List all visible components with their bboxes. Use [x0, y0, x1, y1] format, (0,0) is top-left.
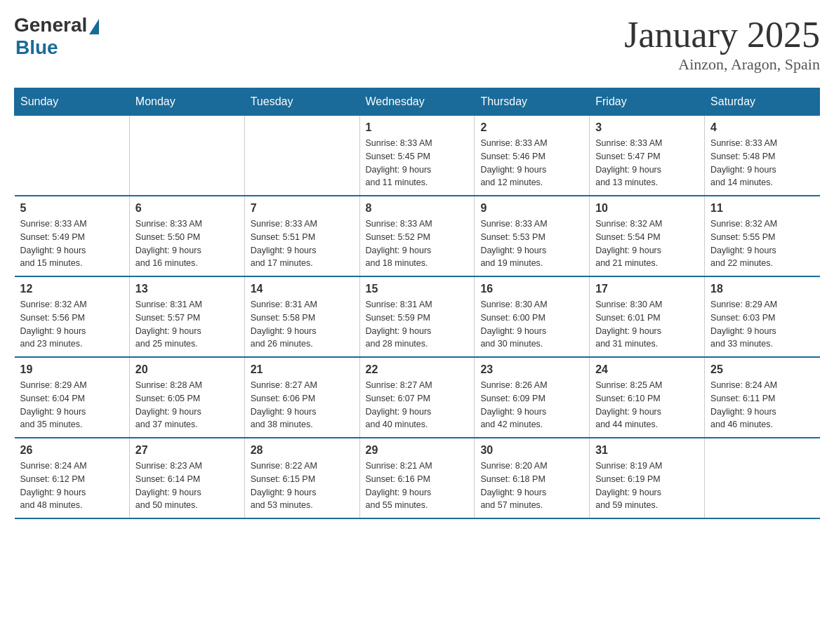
logo-triangle-icon [89, 19, 99, 34]
calendar-week-row: 26Sunrise: 8:24 AMSunset: 6:12 PMDayligh… [15, 438, 820, 518]
calendar-cell: 3Sunrise: 8:33 AMSunset: 5:47 PMDaylight… [590, 116, 705, 196]
calendar-cell: 30Sunrise: 8:20 AMSunset: 6:18 PMDayligh… [475, 438, 590, 518]
calendar-cell: 25Sunrise: 8:24 AMSunset: 6:11 PMDayligh… [705, 357, 820, 438]
day-number: 28 [251, 444, 354, 457]
day-info: Sunrise: 8:33 AMSunset: 5:48 PMDaylight:… [710, 137, 814, 189]
calendar-cell [244, 116, 359, 196]
calendar-cell [705, 438, 820, 518]
calendar-cell [15, 116, 130, 196]
header-friday: Friday [590, 88, 705, 116]
day-number: 31 [595, 444, 699, 457]
calendar-cell: 26Sunrise: 8:24 AMSunset: 6:12 PMDayligh… [15, 438, 130, 518]
calendar-cell: 31Sunrise: 8:19 AMSunset: 6:19 PMDayligh… [590, 438, 705, 518]
calendar-cell: 18Sunrise: 8:29 AMSunset: 6:03 PMDayligh… [705, 276, 820, 357]
calendar-cell: 12Sunrise: 8:32 AMSunset: 5:56 PMDayligh… [15, 276, 130, 357]
day-number: 18 [710, 283, 814, 295]
day-info: Sunrise: 8:29 AMSunset: 6:03 PMDaylight:… [710, 298, 814, 351]
calendar-week-row: 12Sunrise: 8:32 AMSunset: 5:56 PMDayligh… [15, 276, 820, 357]
day-info: Sunrise: 8:30 AMSunset: 6:01 PMDaylight:… [595, 298, 699, 351]
day-number: 19 [20, 363, 124, 376]
calendar-cell: 17Sunrise: 8:30 AMSunset: 6:01 PMDayligh… [590, 276, 705, 357]
calendar-cell: 19Sunrise: 8:29 AMSunset: 6:04 PMDayligh… [15, 357, 130, 438]
day-number: 23 [480, 363, 583, 376]
day-number: 15 [366, 283, 469, 295]
day-info: Sunrise: 8:33 AMSunset: 5:52 PMDaylight:… [366, 217, 469, 270]
calendar-cell: 2Sunrise: 8:33 AMSunset: 5:46 PMDaylight… [475, 116, 590, 196]
day-info: Sunrise: 8:33 AMSunset: 5:47 PMDaylight:… [595, 137, 699, 189]
day-info: Sunrise: 8:33 AMSunset: 5:46 PMDaylight:… [480, 137, 583, 189]
calendar-header-row: Sunday Monday Tuesday Wednesday Thursday… [15, 88, 820, 116]
calendar-cell: 20Sunrise: 8:28 AMSunset: 6:05 PMDayligh… [129, 357, 244, 438]
day-number: 29 [366, 444, 469, 457]
day-info: Sunrise: 8:33 AMSunset: 5:51 PMDaylight:… [251, 217, 354, 270]
calendar-subtitle: Ainzon, Aragon, Spain [624, 55, 820, 74]
day-info: Sunrise: 8:24 AMSunset: 6:12 PMDaylight:… [20, 459, 124, 512]
calendar-cell: 22Sunrise: 8:27 AMSunset: 6:07 PMDayligh… [359, 357, 475, 438]
logo-general-text: General [14, 14, 87, 36]
calendar-cell: 1Sunrise: 8:33 AMSunset: 5:45 PMDaylight… [359, 116, 475, 196]
calendar-cell: 21Sunrise: 8:27 AMSunset: 6:06 PMDayligh… [244, 357, 359, 438]
day-info: Sunrise: 8:33 AMSunset: 5:45 PMDaylight:… [366, 137, 469, 189]
calendar-cell: 16Sunrise: 8:30 AMSunset: 6:00 PMDayligh… [475, 276, 590, 357]
calendar-cell: 29Sunrise: 8:21 AMSunset: 6:16 PMDayligh… [359, 438, 475, 518]
logo-blue-text: Blue [15, 36, 58, 59]
calendar-cell: 24Sunrise: 8:25 AMSunset: 6:10 PMDayligh… [590, 357, 705, 438]
day-number: 2 [480, 121, 583, 134]
day-number: 10 [595, 202, 699, 215]
day-info: Sunrise: 8:28 AMSunset: 6:05 PMDaylight:… [135, 379, 239, 431]
calendar-cell: 10Sunrise: 8:32 AMSunset: 5:54 PMDayligh… [590, 196, 705, 276]
title-section: January 2025 Ainzon, Aragon, Spain [624, 14, 820, 74]
day-number: 30 [480, 444, 583, 457]
day-info: Sunrise: 8:31 AMSunset: 5:58 PMDaylight:… [251, 298, 354, 351]
header-saturday: Saturday [705, 88, 820, 116]
day-number: 21 [251, 363, 354, 376]
calendar-table: Sunday Monday Tuesday Wednesday Thursday… [14, 88, 820, 519]
day-number: 20 [135, 363, 239, 376]
day-info: Sunrise: 8:33 AMSunset: 5:49 PMDaylight:… [20, 217, 124, 270]
day-info: Sunrise: 8:20 AMSunset: 6:18 PMDaylight:… [480, 459, 583, 512]
day-number: 6 [135, 202, 239, 215]
day-number: 14 [251, 283, 354, 295]
day-info: Sunrise: 8:27 AMSunset: 6:07 PMDaylight:… [366, 379, 469, 431]
day-number: 11 [710, 202, 814, 215]
header-monday: Monday [129, 88, 244, 116]
calendar-cell: 27Sunrise: 8:23 AMSunset: 6:14 PMDayligh… [129, 438, 244, 518]
calendar-cell: 28Sunrise: 8:22 AMSunset: 6:15 PMDayligh… [244, 438, 359, 518]
day-info: Sunrise: 8:29 AMSunset: 6:04 PMDaylight:… [20, 379, 124, 431]
day-info: Sunrise: 8:32 AMSunset: 5:56 PMDaylight:… [20, 298, 124, 351]
calendar-cell: 9Sunrise: 8:33 AMSunset: 5:53 PMDaylight… [475, 196, 590, 276]
calendar-cell: 7Sunrise: 8:33 AMSunset: 5:51 PMDaylight… [244, 196, 359, 276]
header-wednesday: Wednesday [359, 88, 475, 116]
day-number: 9 [480, 202, 583, 215]
page-header: General Blue January 2025 Ainzon, Aragon… [14, 14, 820, 74]
day-info: Sunrise: 8:32 AMSunset: 5:54 PMDaylight:… [595, 217, 699, 270]
calendar-cell: 11Sunrise: 8:32 AMSunset: 5:55 PMDayligh… [705, 196, 820, 276]
calendar-cell: 8Sunrise: 8:33 AMSunset: 5:52 PMDaylight… [359, 196, 475, 276]
day-number: 25 [710, 363, 814, 376]
day-number: 27 [135, 444, 239, 457]
calendar-week-row: 5Sunrise: 8:33 AMSunset: 5:49 PMDaylight… [15, 196, 820, 276]
day-number: 17 [595, 283, 699, 295]
day-info: Sunrise: 8:33 AMSunset: 5:53 PMDaylight:… [480, 217, 583, 270]
day-info: Sunrise: 8:21 AMSunset: 6:16 PMDaylight:… [366, 459, 469, 512]
day-number: 8 [366, 202, 469, 215]
calendar-week-row: 1Sunrise: 8:33 AMSunset: 5:45 PMDaylight… [15, 116, 820, 196]
day-info: Sunrise: 8:19 AMSunset: 6:19 PMDaylight:… [595, 459, 699, 512]
day-number: 1 [366, 121, 469, 134]
day-info: Sunrise: 8:31 AMSunset: 5:57 PMDaylight:… [135, 298, 239, 351]
day-info: Sunrise: 8:24 AMSunset: 6:11 PMDaylight:… [710, 379, 814, 431]
day-number: 12 [20, 283, 124, 295]
calendar-cell: 13Sunrise: 8:31 AMSunset: 5:57 PMDayligh… [129, 276, 244, 357]
calendar-cell [129, 116, 244, 196]
calendar-week-row: 19Sunrise: 8:29 AMSunset: 6:04 PMDayligh… [15, 357, 820, 438]
day-number: 26 [20, 444, 124, 457]
day-number: 3 [595, 121, 699, 134]
day-number: 22 [366, 363, 469, 376]
day-info: Sunrise: 8:22 AMSunset: 6:15 PMDaylight:… [251, 459, 354, 512]
day-info: Sunrise: 8:23 AMSunset: 6:14 PMDaylight:… [135, 459, 239, 512]
calendar-cell: 5Sunrise: 8:33 AMSunset: 5:49 PMDaylight… [15, 196, 130, 276]
header-sunday: Sunday [15, 88, 130, 116]
calendar-cell: 6Sunrise: 8:33 AMSunset: 5:50 PMDaylight… [129, 196, 244, 276]
day-info: Sunrise: 8:26 AMSunset: 6:09 PMDaylight:… [480, 379, 583, 431]
calendar-cell: 23Sunrise: 8:26 AMSunset: 6:09 PMDayligh… [475, 357, 590, 438]
